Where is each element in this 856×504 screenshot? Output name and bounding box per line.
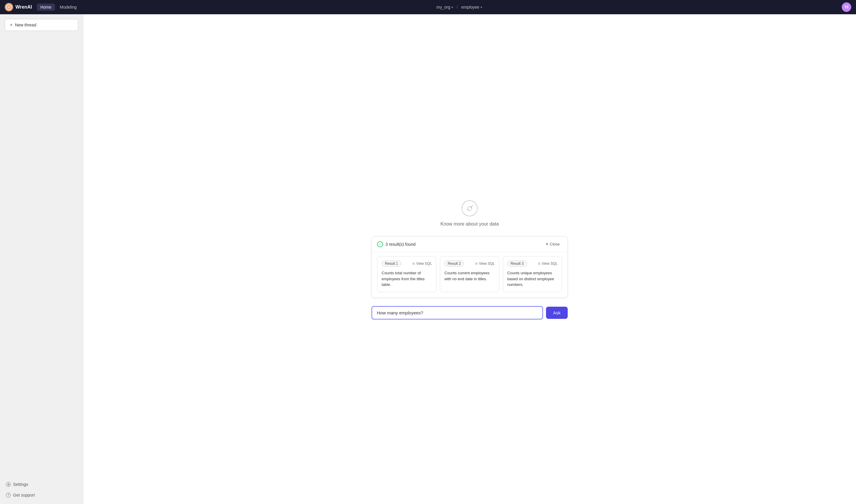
close-x-icon: ✕: [546, 242, 549, 246]
org-chevron-icon: ▾: [451, 6, 453, 9]
bird-icon: [460, 199, 479, 218]
logo-area: WrenAI: [5, 3, 32, 11]
home-nav-item[interactable]: Home: [37, 3, 55, 11]
svg-point-1: [462, 201, 477, 216]
close-button[interactable]: ✕ Close: [543, 241, 562, 248]
sidebar: + New thread ⚙ Settings ? Get support: [0, 14, 83, 504]
dataset-chevron-icon: ▾: [481, 6, 482, 9]
results-header: ✓ 3 result(s) found ✕ Close: [372, 236, 567, 252]
modeling-nav-item[interactable]: Modeling: [60, 5, 77, 10]
settings-icon: ⚙: [6, 482, 11, 487]
view-sql-3-button[interactable]: fx View SQL: [538, 262, 558, 266]
result-3-description: Counts unique employees based on distinc…: [507, 270, 558, 288]
dataset-name: employee: [461, 5, 479, 10]
results-grid: Result 1 fx View SQL Counts total number…: [372, 252, 567, 298]
check-circle-icon: ✓: [377, 241, 383, 247]
fx-icon-3: fx: [538, 262, 541, 265]
support-item[interactable]: ? Get support: [5, 491, 78, 499]
fx-icon-1: fx: [412, 262, 415, 265]
new-thread-button[interactable]: + New thread: [5, 19, 78, 31]
svg-point-2: [470, 206, 472, 208]
question-input[interactable]: [372, 306, 543, 320]
results-count: ✓ 3 result(s) found: [377, 241, 415, 247]
ask-button[interactable]: Ask: [546, 307, 568, 319]
result-3-header: Result 3 fx View SQL: [507, 260, 558, 267]
result-3-badge: Result 3: [507, 260, 527, 267]
main-layout: + New thread ⚙ Settings ? Get support: [0, 14, 856, 504]
result-card-3[interactable]: Result 3 fx View SQL Counts unique emplo…: [503, 256, 562, 292]
result-card-1[interactable]: Result 1 fx View SQL Counts total number…: [377, 256, 436, 292]
support-icon: ?: [6, 493, 11, 498]
result-1-description: Counts total number of employees from th…: [382, 270, 432, 288]
logo-icon: [5, 3, 13, 11]
result-card-2[interactable]: Result 2 fx View SQL Counts current empl…: [440, 256, 499, 292]
logo-text: WrenAI: [16, 4, 32, 10]
user-avatar[interactable]: TE: [842, 2, 851, 12]
header-breadcrumb: my_org ▾ / employee ▾: [82, 5, 837, 10]
dataset-selector[interactable]: employee ▾: [461, 5, 482, 10]
org-selector[interactable]: my_org ▾: [436, 5, 453, 10]
result-1-badge: Result 1: [382, 260, 401, 267]
result-2-description: Counts current employees with no end dat…: [444, 270, 495, 282]
org-name: my_org: [436, 5, 450, 10]
result-2-badge: Result 2: [444, 260, 464, 267]
sidebar-bottom: ⚙ Settings ? Get support: [5, 480, 78, 499]
fx-icon-2: fx: [475, 262, 478, 265]
view-sql-2-button[interactable]: fx View SQL: [475, 262, 495, 266]
settings-item[interactable]: ⚙ Settings: [5, 480, 78, 488]
breadcrumb-separator: /: [457, 5, 458, 10]
input-area: Ask: [372, 305, 568, 320]
main-content: Know more about your data ✓ 3 result(s) …: [83, 14, 856, 504]
empty-state: Know more about your data: [441, 199, 499, 227]
view-sql-1-button[interactable]: fx View SQL: [412, 262, 432, 266]
main-inner: Know more about your data ✓ 3 result(s) …: [365, 193, 574, 325]
result-2-header: Result 2 fx View SQL: [444, 260, 495, 267]
plus-icon: +: [10, 22, 13, 28]
empty-state-title: Know more about your data: [441, 221, 499, 227]
app-header: WrenAI Home Modeling my_org ▾ / employee…: [0, 0, 856, 14]
results-card: ✓ 3 result(s) found ✕ Close Result 1: [372, 236, 568, 298]
result-1-header: Result 1 fx View SQL: [382, 260, 432, 267]
